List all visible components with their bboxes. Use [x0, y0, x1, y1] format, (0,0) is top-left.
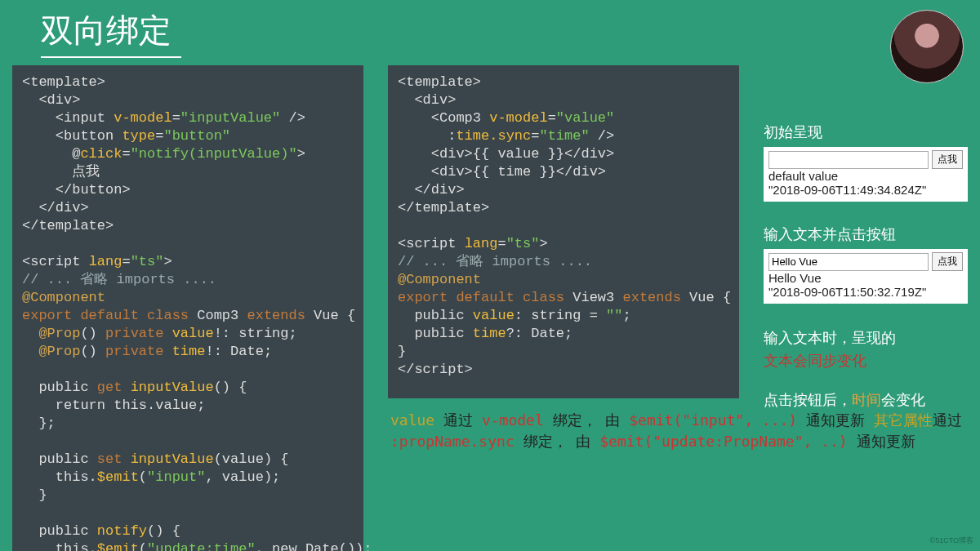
preview-button[interactable]: 点我: [932, 150, 963, 169]
preview-time: "2018-09-06T11:49:34.824Z": [768, 183, 963, 197]
note-time-change: 点击按钮后，时间会变化: [764, 389, 968, 411]
preview-value: Hello Vue: [768, 271, 963, 285]
code-panel-comp3: <template> <div> <input v-model="inputVa…: [12, 65, 363, 551]
preview-button[interactable]: 点我: [932, 252, 963, 271]
preview-after: 点我 Hello Vue "2018-09-06T11:50:32.719Z": [764, 249, 968, 304]
preview-value: default value: [768, 169, 963, 183]
explanation-notes: value 通过 v-model 绑定， 由 $emit("input", ..…: [390, 410, 980, 452]
preview-time: "2018-09-06T11:50:32.719Z": [768, 285, 963, 299]
preview-input[interactable]: [768, 253, 929, 271]
code-panel-view3: <template> <div> <Comp3 v-model="value" …: [388, 65, 739, 398]
slide-title: 双向绑定: [41, 8, 181, 58]
sidebar-previews: 初始呈现 点我 default value "2018-09-06T11:49:…: [764, 122, 968, 411]
preview-heading-initial: 初始呈现: [764, 122, 968, 142]
preview-heading-after: 输入文本并点击按钮: [764, 224, 968, 244]
presenter-avatar: [890, 10, 964, 83]
note-text-sync: 输入文本时，呈现的文本会同步变化: [764, 327, 968, 372]
preview-initial: 点我 default value "2018-09-06T11:49:34.82…: [764, 147, 968, 202]
watermark: ©51CTO博客: [930, 535, 973, 546]
preview-input[interactable]: [768, 151, 929, 169]
